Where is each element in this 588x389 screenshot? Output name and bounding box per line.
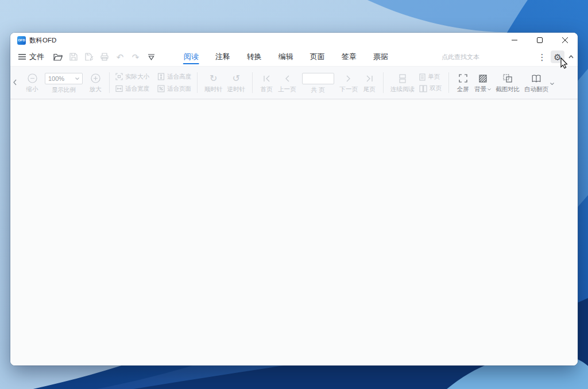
misc-group: 全屏 背景 截图对比 xyxy=(454,73,551,92)
next-page-button[interactable]: 下一页 xyxy=(338,73,361,92)
ribbon-separator xyxy=(252,72,253,93)
document-area[interactable] xyxy=(10,99,578,365)
close-button[interactable] xyxy=(552,33,578,48)
fit-page-icon xyxy=(157,85,165,92)
continuous-reading-button[interactable]: 连续阅读 xyxy=(388,73,417,92)
fit-width-button[interactable]: 适合宽度 xyxy=(115,85,149,93)
hamburger-icon xyxy=(18,54,26,60)
actual-size-label: 实际大小 xyxy=(125,73,149,81)
fullscreen-label: 全屏 xyxy=(457,86,469,92)
maximize-button[interactable] xyxy=(527,33,552,48)
menubar-right: ⋮ ⚙ xyxy=(442,50,575,64)
screenshot-compare-button[interactable]: 截图对比 xyxy=(493,73,522,92)
background-button[interactable]: 背景 xyxy=(472,73,493,92)
next-page-label: 下一页 xyxy=(340,86,358,92)
fit-height-icon xyxy=(157,73,165,80)
page-number-input[interactable] xyxy=(302,73,334,84)
first-page-button[interactable]: 首页 xyxy=(257,73,276,92)
zoom-out-label: 缩小 xyxy=(26,86,38,92)
single-page-button[interactable]: 单页 xyxy=(419,73,442,81)
save-as-button[interactable] xyxy=(82,50,96,64)
folder-open-icon xyxy=(53,53,63,61)
more-menu-button[interactable]: ⋮ xyxy=(535,50,549,64)
fit-group: 实际大小 适合高度 适合宽度 适合页面 xyxy=(114,73,192,93)
fit-height-button[interactable]: 适合高度 xyxy=(157,73,191,81)
screenshot-compare-label: 截图对比 xyxy=(496,86,520,92)
page-nav-group: 首页 上一页 共 页 下一页 尾 xyxy=(257,73,378,93)
zoom-percent-select[interactable]: 100% xyxy=(45,73,83,84)
rotate-clockwise-button[interactable]: ↻ 顺时针 xyxy=(202,73,225,92)
auto-flip-button[interactable]: 自动翻页 xyxy=(522,73,551,92)
rotate-group: ↻ 顺时针 ↺ 逆时针 xyxy=(202,73,247,92)
last-page-label: 尾页 xyxy=(363,86,376,92)
continuous-reading-label: 连续阅读 xyxy=(390,86,415,92)
rotate-clockwise-label: 顺时针 xyxy=(204,86,223,92)
save-icon xyxy=(69,53,78,61)
zoom-in-icon xyxy=(91,73,100,84)
ribbon-scroll-left[interactable] xyxy=(13,77,17,88)
zoom-out-icon xyxy=(28,73,37,84)
open-file-button[interactable] xyxy=(51,50,65,64)
first-page-icon xyxy=(263,73,270,84)
fullscreen-icon xyxy=(459,73,467,84)
caret-down-icon xyxy=(488,88,491,91)
save-button[interactable] xyxy=(67,50,80,64)
view-mode-group: 连续阅读 单页 双页 xyxy=(388,73,444,92)
titlebar[interactable]: OFD 数科OFD xyxy=(10,33,578,48)
app-window: OFD 数科OFD 文件 xyxy=(10,33,578,365)
mouse-cursor xyxy=(560,57,568,69)
search-input[interactable] xyxy=(442,53,490,60)
fullscreen-button[interactable]: 全屏 xyxy=(454,73,472,92)
tab-edit[interactable]: 编辑 xyxy=(278,48,294,66)
kebab-menu-icon: ⋮ xyxy=(538,53,547,61)
app-logo-icon: OFD xyxy=(17,36,26,45)
tab-invoice[interactable]: 票据 xyxy=(373,48,389,66)
file-menu-label: 文件 xyxy=(29,52,44,62)
last-page-button[interactable]: 尾页 xyxy=(360,73,378,92)
chevron-up-icon xyxy=(568,55,574,59)
more-tools-button[interactable] xyxy=(144,50,158,64)
ribbon-separator xyxy=(109,72,110,93)
double-page-label: 双页 xyxy=(430,84,442,92)
tab-read[interactable]: 阅读 xyxy=(183,48,199,66)
print-button[interactable] xyxy=(98,50,111,64)
ribbon-separator xyxy=(383,72,384,93)
window-title: 数科OFD xyxy=(29,36,56,45)
caret-down-icon xyxy=(75,77,79,80)
actual-size-button[interactable]: 实际大小 xyxy=(115,73,149,81)
ribbon-separator xyxy=(448,72,449,93)
page-number-control: 共 页 xyxy=(302,73,334,93)
background-label: 背景 xyxy=(474,86,486,92)
prev-page-button[interactable]: 上一页 xyxy=(276,73,299,92)
tab-page[interactable]: 页面 xyxy=(310,48,326,66)
caret-down-icon[interactable] xyxy=(550,77,554,87)
ribbon-tabs: 阅读 注释 转换 编辑 页面 签章 票据 xyxy=(183,48,389,66)
minimize-button[interactable] xyxy=(502,33,527,48)
single-page-icon xyxy=(419,73,425,81)
expand-tools-icon xyxy=(148,54,155,60)
rotate-counterclockwise-icon: ↺ xyxy=(233,73,240,84)
prev-page-label: 上一页 xyxy=(278,86,296,92)
tab-annotate[interactable]: 注释 xyxy=(215,48,231,66)
rotate-counterclockwise-label: 逆时针 xyxy=(227,86,246,92)
rotate-counterclockwise-button[interactable]: ↺ 逆时针 xyxy=(225,73,248,92)
zoom-ratio-label: 显示比例 xyxy=(52,87,76,93)
next-page-icon xyxy=(346,73,351,84)
fit-width-label: 适合宽度 xyxy=(125,85,149,93)
fit-height-label: 适合高度 xyxy=(167,73,191,81)
undo-button[interactable]: ↶ xyxy=(113,50,127,64)
file-menu-button[interactable]: 文件 xyxy=(16,49,49,64)
auto-flip-icon xyxy=(532,73,541,84)
actual-size-icon xyxy=(115,73,123,80)
tab-convert[interactable]: 转换 xyxy=(246,48,262,66)
double-page-button[interactable]: 双页 xyxy=(419,84,442,92)
zoom-in-button[interactable]: 放大 xyxy=(86,73,105,92)
chevron-left-icon xyxy=(13,79,17,85)
double-page-icon xyxy=(419,85,427,92)
zoom-in-label: 放大 xyxy=(90,86,102,92)
redo-button[interactable]: ↷ xyxy=(129,50,142,64)
redo-icon: ↷ xyxy=(132,53,140,61)
fit-page-button[interactable]: 适合页面 xyxy=(157,85,191,93)
tab-signature[interactable]: 签章 xyxy=(341,48,357,66)
zoom-out-button[interactable]: 缩小 xyxy=(23,73,41,92)
